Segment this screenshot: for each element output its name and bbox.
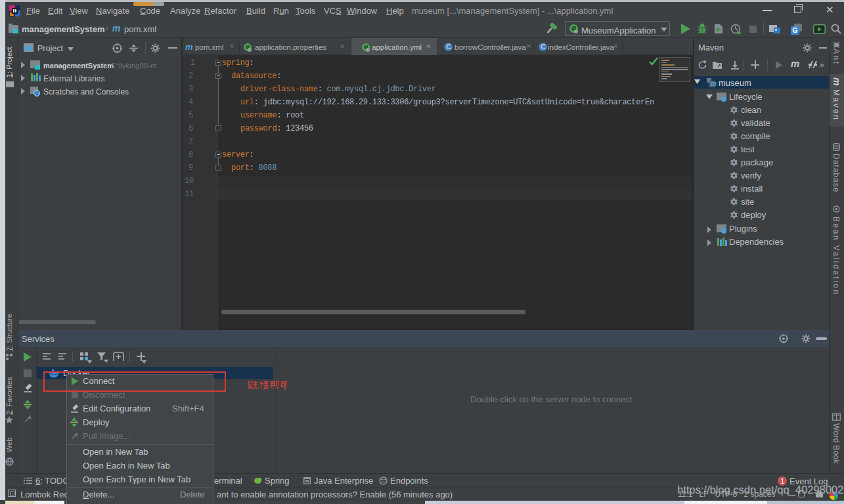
svg-text:G: G xyxy=(793,27,798,34)
